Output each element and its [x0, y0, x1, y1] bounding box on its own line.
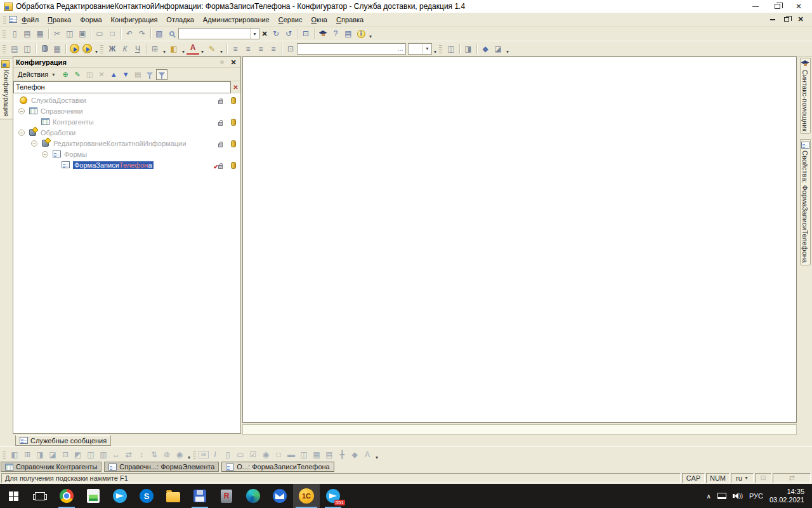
menu-help[interactable]: Справка — [332, 15, 368, 25]
window-tab-spravochnik-kontragenty[interactable]: Справочник Контрагенты — [1, 462, 102, 472]
restore-button[interactable] — [766, 1, 788, 12]
filter-button[interactable] — [144, 69, 155, 80]
fill-color-button[interactable]: ◧ — [167, 43, 180, 55]
center-in-form-button[interactable]: ⊕ — [160, 449, 173, 460]
tree-item-redaktirovanie-kontaktnoj-informacii[interactable]: − РедактированиеКонтактнойИнформации — [13, 138, 240, 149]
mirror-horizontal-button[interactable]: ◫ — [84, 449, 97, 460]
insert-picture-control[interactable]: ◆ — [348, 449, 361, 460]
clock[interactable]: 14:3503.02.2021 — [769, 488, 804, 504]
panel-pin-icon[interactable] — [220, 60, 224, 64]
borders-dropdown[interactable]: ▾ — [161, 49, 167, 56]
check-module-button[interactable]: ◪ — [492, 43, 504, 55]
bold-button[interactable]: Ж — [106, 43, 119, 55]
language-indicator[interactable]: ru▾ — [731, 473, 754, 483]
space-horizontally-button[interactable]: ⇄ — [122, 449, 135, 460]
insert-line-control[interactable]: ▬ — [285, 449, 298, 460]
tree-item-spravochniki[interactable]: − Справочники — [13, 106, 240, 117]
copy-button[interactable]: ◫ — [63, 28, 76, 39]
taskbar-mail[interactable] — [266, 484, 293, 508]
collapse-expander-icon[interactable]: − — [31, 140, 37, 147]
menu-file[interactable]: Файл — [17, 15, 43, 25]
combo-arrow-icon[interactable]: ▾ — [422, 44, 431, 54]
insert-label-control[interactable]: I — [209, 449, 221, 460]
move-down-button[interactable]: ▼ — [120, 69, 131, 80]
mirror-vertical-button[interactable]: ▥ — [97, 449, 110, 460]
insert-split-control[interactable]: ◫ — [298, 449, 310, 460]
cut-button[interactable]: ✂ — [51, 28, 63, 39]
undo-button[interactable]: ↶ — [123, 28, 136, 39]
copy-item-button[interactable]: ◫ — [84, 69, 95, 80]
syntax-assistant-button[interactable] — [317, 28, 329, 39]
move-up-button[interactable]: ▲ — [108, 69, 119, 80]
search-combo[interactable]: ▾ — [178, 28, 259, 39]
copy-windows-button[interactable]: ⊡ — [299, 28, 312, 39]
combo-arrow-icon[interactable]: ▾ — [250, 29, 259, 39]
borders-button[interactable]: ⊞ — [148, 43, 161, 55]
grid-button[interactable]: ⊡ — [284, 43, 297, 55]
filter-settings-button[interactable] — [156, 69, 167, 80]
edit-button[interactable]: ✎ — [72, 69, 83, 80]
insert-spreadsheet-control[interactable]: ╋ — [336, 449, 348, 460]
syntax-assistant-tab[interactable]: Синтакс-помощник — [800, 58, 811, 134]
insert-frame-control[interactable]: □ — [272, 449, 285, 460]
delete-button[interactable]: ✕ — [96, 69, 107, 80]
size-combo[interactable]: ▾ — [408, 43, 432, 55]
font-color-button[interactable]: А — [187, 43, 199, 55]
print-button[interactable]: ▭ — [93, 28, 106, 39]
taskbar-edge[interactable] — [240, 484, 266, 508]
mdi-minimize-button[interactable] — [768, 15, 778, 24]
taskbar-green-app[interactable] — [80, 484, 107, 508]
fill-color-dropdown[interactable]: ▾ — [180, 49, 187, 56]
taskbar-1c[interactable]: 1С — [293, 484, 320, 508]
menu-debug[interactable]: Отладка — [162, 15, 198, 25]
taskbar-floppy-app[interactable] — [187, 484, 213, 508]
help-contents-button[interactable]: ▤ — [342, 28, 355, 39]
taskbar-chrome[interactable] — [53, 484, 80, 508]
tree-item-formy[interactable]: − Формы — [13, 149, 240, 160]
sort-button[interactable]: ▤ — [132, 69, 143, 80]
highlight-button[interactable]: ✎ — [206, 43, 218, 55]
align-v-centers-button[interactable]: ⊟ — [59, 449, 72, 460]
font-color-dropdown[interactable]: ▾ — [199, 49, 206, 56]
volume-icon[interactable]: )) — [733, 493, 743, 499]
taskbar-r-app[interactable]: R — [213, 484, 240, 508]
align-right-edges-button[interactable]: ◨ — [34, 449, 46, 460]
start-button[interactable] — [0, 484, 27, 508]
configuration-panel-close-button[interactable]: ✕ — [229, 58, 238, 67]
window-arrange-button[interactable]: ◨ — [462, 43, 475, 55]
debug-overflow-button[interactable]: ▾ — [93, 49, 100, 56]
menu-windows[interactable]: Окна — [306, 15, 332, 25]
window-split-button[interactable]: ◫ — [445, 43, 457, 55]
tray-expand-button[interactable]: ∧ — [707, 493, 711, 500]
open-file-button[interactable]: ▤ — [21, 28, 34, 39]
open-db-configuration-button[interactable]: ◫ — [21, 43, 34, 55]
window-tab-formaelementa[interactable]: Справочн...: ФормаЭлемента — [104, 462, 219, 472]
align-bottom-edges-button[interactable]: ◩ — [72, 449, 84, 460]
insert-button-control[interactable]: ok — [199, 451, 209, 458]
underline-button[interactable]: Ч — [131, 43, 144, 55]
find-button[interactable] — [166, 28, 178, 39]
insert-panel-control[interactable]: ▯ — [221, 449, 234, 460]
taskbar-telegram[interactable] — [107, 484, 133, 508]
align-left-button[interactable]: ≡ — [229, 43, 242, 55]
menu-form[interactable]: Форма — [75, 15, 106, 25]
taskbar-telegram-2[interactable]: 551 — [320, 484, 346, 508]
format-overflow-button[interactable]: ▾ — [432, 49, 438, 56]
insert-text-control[interactable]: А — [361, 449, 374, 460]
paste-button[interactable]: ▣ — [76, 28, 89, 39]
open-configuration-button[interactable]: ▤ — [8, 43, 21, 55]
space-vertically-button[interactable]: ⇅ — [148, 449, 160, 460]
new-document-button[interactable]: ▯ — [8, 28, 21, 39]
same-width-button[interactable]: ↔ — [110, 449, 122, 460]
align-justify-button[interactable]: ≡ — [267, 43, 280, 55]
style-combo[interactable]: … — [297, 43, 406, 55]
db-table-button[interactable]: ▦ — [51, 43, 63, 55]
tray-language[interactable]: РУС — [749, 492, 763, 500]
taskbar-explorer[interactable] — [160, 484, 187, 508]
italic-button[interactable]: К — [119, 43, 131, 55]
tree-item-kontragenty[interactable]: Контрагенты — [13, 117, 240, 128]
form-editor-canvas[interactable] — [242, 57, 797, 423]
clear-tree-search-button[interactable]: ✕ — [231, 84, 240, 91]
insert-grid-control[interactable]: ▤ — [323, 449, 336, 460]
collapse-expander-icon[interactable]: − — [18, 130, 25, 136]
